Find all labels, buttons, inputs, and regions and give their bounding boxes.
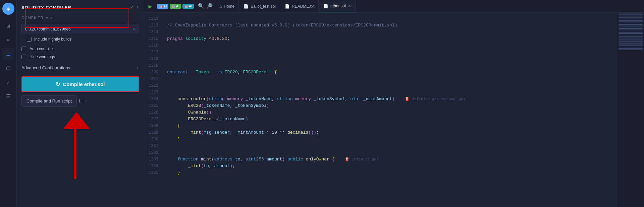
code-line-1314 bbox=[167, 29, 612, 36]
sidebar-item-files[interactable]: ⊞ bbox=[2, 20, 14, 32]
code-line-1333: function mint(address to, uint256 amount… bbox=[167, 156, 612, 163]
hide-warnings-label: Hide warnings bbox=[30, 55, 55, 59]
auto-compile-checkbox[interactable] bbox=[21, 47, 26, 51]
zoom-icon[interactable]: 🔎 bbox=[206, 2, 213, 10]
auto-compile-row: Auto compile bbox=[17, 45, 144, 53]
ai-badge-1[interactable]: 🤖 AI bbox=[157, 4, 168, 9]
sidebar-title: SOLIDITY COMPILER bbox=[21, 5, 71, 10]
code-line-1318 bbox=[167, 56, 612, 62]
search-group: 🔍 🔎 bbox=[196, 2, 215, 10]
compiler-row: COMPILER + ↗ bbox=[17, 13, 144, 22]
code-line-1329: _mint(msg.sender, _mintAmount * 10 ** de… bbox=[167, 129, 612, 136]
sidebar-item-search[interactable]: ⌕ bbox=[2, 34, 14, 46]
sidebar-item-deploy[interactable]: ⬡ bbox=[2, 62, 14, 74]
hide-warnings-checkbox[interactable] bbox=[21, 55, 26, 59]
ai-icon-3: 🤖 bbox=[184, 4, 188, 8]
code-line-1322 bbox=[167, 82, 612, 89]
line-numbers: 1312 1313 1314 1315 1316 1317 1318 1319 … bbox=[144, 13, 162, 207]
ballot-file-icon: 📄 bbox=[244, 4, 249, 9]
ether-file-icon: 📄 bbox=[323, 4, 328, 8]
code-line-1331 bbox=[167, 143, 612, 149]
tab-ballot[interactable]: 📄 Ballot_test.sol bbox=[239, 0, 280, 12]
add-icon[interactable]: + bbox=[45, 15, 48, 20]
nightly-checkbox[interactable] bbox=[27, 37, 32, 42]
editor-area: ▶ 🤖 AI 🤖 AI 🤖 AI 🔍 🔎 ⌂ Home 📄 bbox=[144, 0, 644, 207]
export-icon[interactable]: ↗ bbox=[50, 15, 53, 20]
refresh-icon: ↻ bbox=[56, 81, 60, 87]
tab-bar: ▶ 🤖 AI 🤖 AI 🤖 AI 🔍 🔎 ⌂ Home 📄 bbox=[144, 0, 644, 13]
compile-button-label: Compile ether.sol bbox=[63, 81, 105, 87]
tab-readme[interactable]: 📄 README.txt bbox=[281, 0, 319, 12]
advanced-arrow-icon: › bbox=[137, 65, 139, 70]
compile-script-row: Compile and Run script ℹ ⊡ bbox=[17, 94, 144, 108]
code-line-1330: } bbox=[167, 136, 612, 143]
ai-badge-3[interactable]: 🤖 AI bbox=[182, 4, 194, 9]
minimap bbox=[617, 13, 644, 207]
auto-compile-label: Auto compile bbox=[30, 47, 53, 51]
tab-readme-label: README.txt bbox=[292, 4, 314, 9]
run-button[interactable]: ▶ bbox=[146, 2, 155, 11]
sidebar-item-compiler[interactable]: ⚌ bbox=[2, 48, 14, 60]
ai-icon-2: 🤖 bbox=[171, 4, 175, 8]
compile-button[interactable]: ↻ Compile ether.sol bbox=[21, 76, 139, 92]
sidebar-header: SOLIDITY COMPILER ✓ › bbox=[17, 0, 144, 13]
copy-icon[interactable]: ⊡ bbox=[83, 98, 85, 104]
nightly-label: Include nightly builds bbox=[34, 37, 71, 42]
editor-content: 1312 1313 1314 1315 1316 1317 1318 1319 … bbox=[144, 13, 644, 207]
code-line-1317 bbox=[167, 49, 612, 56]
tab-close-icon[interactable]: ✕ bbox=[348, 4, 351, 8]
code-editor[interactable]: // OpenZeppelin Contracts (last updated … bbox=[162, 13, 617, 207]
code-line-1332 bbox=[167, 149, 612, 156]
code-line-1321 bbox=[167, 76, 612, 82]
search-icon[interactable]: 🔍 bbox=[197, 2, 205, 10]
tab-ballot-label: Ballot_test.sol bbox=[251, 4, 276, 9]
sidebar: SOLIDITY COMPILER ✓ › COMPILER + ↗ 0.8.2… bbox=[17, 0, 144, 207]
tab-ether-label: ether.sol bbox=[330, 4, 345, 8]
tab-home[interactable]: ⌂ Home bbox=[215, 0, 239, 12]
hide-warnings-row: Hide warnings bbox=[17, 53, 144, 61]
version-selector[interactable]: 0.8.20+commit.a1b79de6 ⊙ bbox=[21, 24, 139, 34]
info-icon[interactable]: ℹ bbox=[79, 98, 80, 104]
home-icon: ⌂ bbox=[219, 4, 222, 9]
code-line-1315: pragma solidity ^0.8.20; bbox=[167, 36, 612, 42]
ai-group: 🤖 AI 🤖 AI 🤖 AI bbox=[156, 4, 195, 9]
code-line-1335: } bbox=[167, 169, 612, 176]
ai-badge-2[interactable]: 🤖 AI bbox=[170, 4, 181, 9]
code-line-1324: constructor(string memory _tokenName, st… bbox=[167, 96, 612, 102]
tab-ether[interactable]: 📄 ether.sol ✕ bbox=[319, 0, 355, 12]
app-logo[interactable]: ◈ bbox=[2, 3, 14, 15]
code-line-1327: ERC20Permit(_tokenName) bbox=[167, 116, 612, 123]
tab-home-label: Home bbox=[224, 4, 234, 9]
version-text: 0.8.20+commit.a1b79de6 bbox=[25, 27, 71, 31]
code-line-1325: ERC20(_tokenName, _tokenSymbol) bbox=[167, 102, 612, 109]
nightly-row: Include nightly builds bbox=[17, 36, 144, 45]
icon-bar: ◈ ⊞ ⌕ ⚌ ⬡ ✓ ☰ bbox=[0, 0, 17, 207]
code-line-1320: contract __Token__ is ERC20, ERC20Permit… bbox=[167, 69, 612, 76]
compile-script-label: Compile and Run script bbox=[26, 98, 72, 104]
code-line-1319 bbox=[167, 62, 612, 69]
ai-icon-1: 🤖 bbox=[159, 4, 163, 8]
check-icon[interactable]: ✓ bbox=[130, 4, 133, 11]
version-dropdown-icon: ⊙ bbox=[133, 26, 136, 32]
code-line-1312 bbox=[167, 15, 612, 22]
readme-file-icon: 📄 bbox=[285, 4, 290, 9]
code-line-1323 bbox=[167, 89, 612, 96]
code-line-1326: Ownable() bbox=[167, 109, 612, 116]
arrow-icon[interactable]: › bbox=[136, 4, 139, 10]
advanced-label: Advanced Configurations bbox=[21, 65, 70, 70]
sidebar-item-plugin[interactable]: ☰ bbox=[2, 90, 14, 102]
compiler-label: COMPILER bbox=[21, 16, 43, 20]
advanced-configurations-row[interactable]: Advanced Configurations › bbox=[17, 62, 144, 73]
code-line-1328: { bbox=[167, 123, 612, 129]
code-line-1316 bbox=[167, 42, 612, 49]
sidebar-header-icons: ✓ › bbox=[130, 4, 139, 11]
code-line-1334: _mint(to, amount); bbox=[167, 163, 612, 169]
code-line-1313: // OpenZeppelin Contracts (last updated … bbox=[167, 22, 612, 29]
sidebar-item-check[interactable]: ✓ bbox=[2, 76, 14, 88]
compile-script-button[interactable]: Compile and Run script bbox=[21, 95, 77, 107]
